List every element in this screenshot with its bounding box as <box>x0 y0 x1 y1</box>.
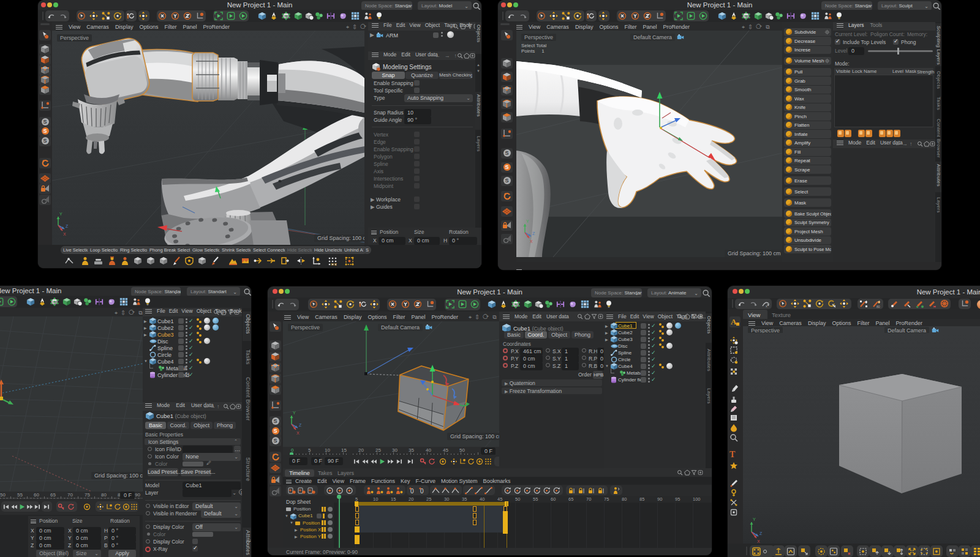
svg-text:Y: Y <box>526 219 529 223</box>
svg-text:Z: Z <box>66 224 69 228</box>
svg-text:x: x <box>766 304 767 308</box>
svg-text:X: X <box>530 239 533 244</box>
svg-text:XYZ: XYZ <box>331 263 337 266</box>
svg-text:80: 80 <box>876 305 880 308</box>
svg-text:Y: Y <box>293 411 296 415</box>
svg-text:Y: Y <box>59 212 62 216</box>
svg-text:Z: Z <box>760 531 763 536</box>
svg-text:Z: Z <box>299 423 302 427</box>
svg-text:X: X <box>63 232 66 236</box>
svg-text:X: X <box>296 431 300 435</box>
svg-text:Y: Y <box>753 517 756 521</box>
svg-text:Z: Z <box>532 231 535 236</box>
svg-text:X: X <box>757 539 760 544</box>
